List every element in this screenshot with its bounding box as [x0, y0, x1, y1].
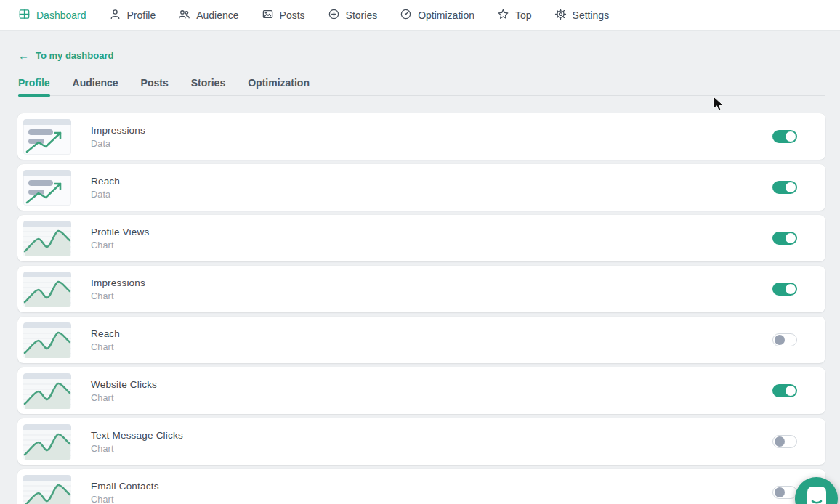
- widget-thumbnail-chart-icon: [23, 272, 71, 307]
- section-tabs: ProfileAudiencePostsStoriesOptimization: [18, 77, 825, 96]
- widget-title: Profile Views: [91, 227, 149, 237]
- widget-card: ImpressionsChart: [17, 266, 825, 312]
- widget-card: ReachChart: [17, 317, 825, 363]
- chat-bubble-icon: [806, 487, 828, 504]
- top-nav: DashboardProfileAudiencePostsStoriesOpti…: [0, 0, 840, 31]
- widget-text: Profile ViewsChart: [91, 227, 149, 251]
- widget-text: ImpressionsData: [91, 125, 145, 149]
- dashboard-grid-icon: [18, 8, 31, 23]
- nav-item-top[interactable]: Top: [497, 8, 532, 23]
- widget-thumbnail-chart-icon: [23, 373, 71, 409]
- widget-text: Text Message ClicksChart: [91, 430, 183, 454]
- widget-text: Website ClicksChart: [91, 379, 157, 403]
- toggle-knob: [775, 436, 785, 447]
- nav-item-label: Stories: [346, 9, 378, 21]
- nav-item-stories[interactable]: Stories: [328, 8, 378, 23]
- nav-item-label: Profile: [127, 9, 156, 21]
- posts-icon: [262, 8, 274, 23]
- toggle-knob: [786, 233, 796, 243]
- widget-subtitle: Chart: [91, 291, 145, 301]
- toggle-knob: [775, 487, 785, 497]
- gear-icon: [554, 8, 567, 23]
- widget-text: ReachData: [91, 176, 120, 200]
- plus-circle-icon: [328, 8, 340, 23]
- star-icon: [497, 8, 509, 23]
- tab-optimization[interactable]: Optimization: [248, 77, 310, 95]
- widget-toggle[interactable]: [772, 486, 797, 499]
- widget-card: ImpressionsData: [17, 113, 825, 160]
- mouse-cursor: [713, 96, 724, 112]
- widget-toggle[interactable]: [772, 232, 797, 245]
- widget-card: ReachData: [17, 164, 825, 211]
- widget-toggle[interactable]: [772, 130, 797, 143]
- nav-item-label: Dashboard: [36, 9, 86, 21]
- widget-thumbnail-chart-icon: [23, 221, 71, 256]
- back-to-dashboard-link[interactable]: ← To my dashboard: [18, 50, 113, 61]
- widget-subtitle: Chart: [91, 444, 183, 454]
- gauge-icon: [400, 8, 412, 23]
- widget-title: Reach: [91, 176, 120, 187]
- widget-list: ImpressionsDataReachDataProfile ViewsCha…: [17, 113, 825, 504]
- nav-item-label: Audience: [196, 9, 238, 21]
- widget-thumbnail-chart-icon: [23, 322, 71, 358]
- widget-card: Email ContactsChart: [17, 469, 825, 504]
- nav-item-posts[interactable]: Posts: [262, 8, 305, 23]
- nav-item-label: Posts: [280, 9, 305, 21]
- widget-title: Text Message Clicks: [91, 430, 183, 441]
- nav-item-label: Optimization: [418, 9, 474, 21]
- widget-text: Email ContactsChart: [91, 481, 159, 504]
- widget-toggle[interactable]: [772, 384, 797, 397]
- nav-item-optimization[interactable]: Optimization: [400, 8, 474, 23]
- widget-toggle[interactable]: [772, 283, 797, 296]
- toggle-knob: [786, 131, 796, 142]
- widget-title: Email Contacts: [91, 481, 159, 492]
- widget-subtitle: Chart: [91, 240, 149, 251]
- widget-toggle[interactable]: [772, 435, 797, 448]
- nav-item-audience[interactable]: Audience: [178, 8, 238, 23]
- widget-toggle[interactable]: [772, 333, 797, 346]
- widget-thumbnail-chart-icon: [23, 424, 71, 460]
- people-icon: [178, 8, 190, 23]
- back-link-label: To my dashboard: [36, 50, 113, 61]
- nav-item-dashboard[interactable]: Dashboard: [18, 8, 86, 23]
- widget-subtitle: Data: [91, 190, 120, 200]
- toggle-knob: [786, 182, 796, 192]
- toggle-knob: [775, 335, 785, 345]
- widget-text: ReachChart: [91, 328, 120, 352]
- widget-title: Website Clicks: [91, 379, 157, 390]
- widget-subtitle: Chart: [91, 393, 157, 403]
- widget-subtitle: Chart: [91, 495, 159, 504]
- nav-item-profile[interactable]: Profile: [109, 8, 156, 23]
- nav-item-settings[interactable]: Settings: [554, 8, 610, 23]
- widget-card: Profile ViewsChart: [17, 215, 825, 261]
- nav-item-label: Top: [515, 9, 532, 21]
- tab-posts[interactable]: Posts: [141, 77, 169, 95]
- nav-item-label: Settings: [573, 9, 610, 21]
- widget-subtitle: Chart: [91, 342, 120, 352]
- person-icon: [109, 8, 121, 23]
- widget-text: ImpressionsChart: [91, 277, 145, 301]
- widget-toggle[interactable]: [772, 181, 797, 194]
- widget-title: Impressions: [91, 125, 145, 136]
- widget-thumbnail-data-icon: [23, 170, 71, 206]
- widget-thumbnail-chart-icon: [23, 475, 71, 504]
- tab-stories[interactable]: Stories: [191, 77, 225, 95]
- back-arrow-icon: ←: [18, 50, 29, 61]
- tab-audience[interactable]: Audience: [73, 77, 118, 95]
- widget-subtitle: Data: [91, 139, 145, 149]
- widget-card: Website ClicksChart: [17, 367, 825, 414]
- widget-card: Text Message ClicksChart: [17, 418, 825, 465]
- toggle-knob: [786, 284, 796, 294]
- widget-title: Reach: [91, 328, 120, 339]
- tab-profile[interactable]: Profile: [18, 77, 50, 95]
- widget-thumbnail-data-icon: [23, 119, 71, 155]
- widget-title: Impressions: [91, 277, 145, 288]
- toggle-knob: [786, 386, 796, 396]
